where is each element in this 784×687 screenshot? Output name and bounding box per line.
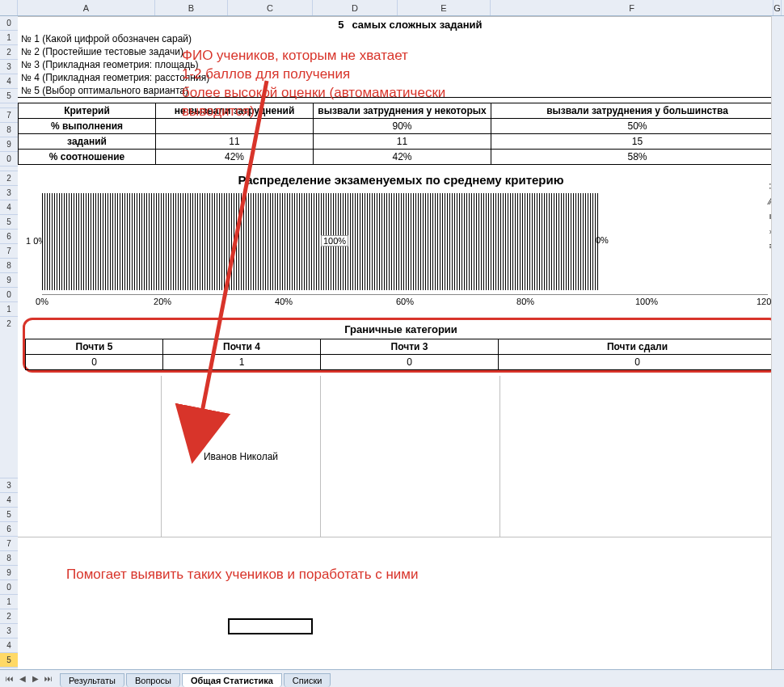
row-header[interactable]: 8 xyxy=(0,259,18,273)
names-almost3 xyxy=(321,376,500,537)
row-header[interactable]: 9 xyxy=(0,137,18,152)
criteria-table: Критерий не вызвали затруднений вызвали … xyxy=(18,103,784,165)
row-header[interactable]: 7 xyxy=(0,108,18,123)
names-almost-pass xyxy=(500,376,784,537)
task-row: № 3 (Прикладная геометрия: площадь) xyxy=(18,58,784,71)
row-header[interactable]: 4 xyxy=(0,493,18,508)
row-header[interactable]: 8 xyxy=(0,123,18,137)
boundary-categories-box: Граничные категории Почти 5 Почти 4 Почт… xyxy=(23,318,779,373)
distribution-chart: Распределение экзаменуемых по среднему к… xyxy=(18,173,784,314)
row-header[interactable]: 4 xyxy=(0,200,18,215)
th-some: вызвали затруднения у некоторых xyxy=(314,103,491,119)
th-most: вызвали затруднения у большинства xyxy=(491,103,784,119)
row-header[interactable]: 2 xyxy=(0,609,18,624)
section-title: 5самых сложных заданий xyxy=(18,16,784,32)
task-row: № 5 (Выбор оптимального варианта) xyxy=(18,84,784,98)
names-almost4: Иванов Николай xyxy=(162,376,321,537)
row-header[interactable]: 5 xyxy=(0,508,18,522)
tab-questions[interactable]: Вопросы xyxy=(126,673,180,687)
tab-results[interactable]: Результаты xyxy=(60,673,124,687)
row-header[interactable]: 5 xyxy=(0,653,18,668)
names-almost5 xyxy=(18,376,162,537)
tab-first-icon: ⏮ xyxy=(3,674,16,687)
tab-nav[interactable]: ⏮◀▶⏭ xyxy=(0,674,58,687)
row-header[interactable]: 7 xyxy=(0,537,18,551)
row-header[interactable]: 4 xyxy=(0,639,18,653)
row-header[interactable]: 3 xyxy=(0,186,18,200)
col-E[interactable]: E xyxy=(398,0,491,15)
active-cell-cursor[interactable] xyxy=(228,618,313,634)
col-F[interactable]: F xyxy=(491,0,773,15)
row-header[interactable]: 9 xyxy=(0,566,18,580)
tab-next-icon: ▶ xyxy=(29,674,42,687)
row-header[interactable]: 6 xyxy=(0,230,18,244)
row-header[interactable]: 7 xyxy=(0,244,18,259)
row-header[interactable]: 2 xyxy=(0,171,18,186)
row-header[interactable]: 0 xyxy=(0,152,18,166)
row-header[interactable]: 0 xyxy=(0,580,18,595)
row-header[interactable]: 8 xyxy=(0,551,18,566)
col-G[interactable]: G xyxy=(773,0,782,15)
row-header[interactable]: 6 xyxy=(0,522,18,537)
tab-general-stats[interactable]: Общая Статистика xyxy=(182,673,282,687)
spreadsheet-body[interactable]: 5самых сложных заданий № 1 (Какой цифрой… xyxy=(18,16,784,537)
row-header[interactable]: 3 xyxy=(0,60,18,74)
row-header[interactable]: 1 xyxy=(0,595,18,609)
col-B[interactable]: B xyxy=(155,0,228,15)
row-header[interactable]: 5 xyxy=(0,215,18,230)
col-C[interactable]: C xyxy=(228,0,313,15)
student-names-row: Иванов Николай xyxy=(18,376,784,537)
row-header[interactable]: 4 xyxy=(0,74,18,89)
row-headers: 0123457890234567890123456789012345678 xyxy=(0,16,18,687)
bar-label-100: 100% xyxy=(321,235,348,247)
th-easy: не вызвали затруднений xyxy=(156,103,314,119)
row-header[interactable]: 3 xyxy=(0,624,18,639)
task-row: № 4 (Прикладная геометрия: расстояния) xyxy=(18,71,784,84)
vertical-scrollbar[interactable] xyxy=(771,16,784,669)
sheet-tabs: ⏮◀▶⏭ Результаты Вопросы Общая Статистика… xyxy=(0,669,784,687)
row-header[interactable]: 9 xyxy=(0,273,18,288)
row-header[interactable]: 2 xyxy=(0,45,18,60)
x-axis: 0% 20% 40% 60% 80% 100% 120% xyxy=(42,294,768,309)
col-D[interactable]: D xyxy=(313,0,398,15)
task-row: № 1 (Какой цифрой обозначен сарай) xyxy=(18,32,784,45)
row-header[interactable]: 1 xyxy=(0,31,18,45)
row-header[interactable]: 5 xyxy=(0,89,18,103)
chart-title: Распределение экзаменуемых по среднему к… xyxy=(34,173,768,187)
annotation-help: Помогает выявить таких учеников и порабо… xyxy=(66,566,419,584)
tab-prev-icon: ◀ xyxy=(16,674,29,687)
row-header[interactable]: 0 xyxy=(0,288,18,302)
task-row: № 2 (Простейшие тестовые задачи) xyxy=(18,45,784,58)
row-header[interactable]: 0 xyxy=(0,16,18,31)
col-A[interactable]: A xyxy=(18,0,155,15)
boundary-title: Граничные категории xyxy=(26,320,777,339)
row-header[interactable]: 3 xyxy=(0,478,18,493)
th-criterion: Критерий xyxy=(19,103,156,119)
row-header[interactable]: 1 xyxy=(0,302,18,317)
bar-label-0-right: 0% xyxy=(596,235,609,245)
row-header[interactable]: 2 xyxy=(0,317,18,478)
tab-last-icon: ⏭ xyxy=(42,674,55,687)
tab-lists[interactable]: Списки xyxy=(284,673,331,687)
column-headers: A B C D E F G xyxy=(0,0,784,16)
